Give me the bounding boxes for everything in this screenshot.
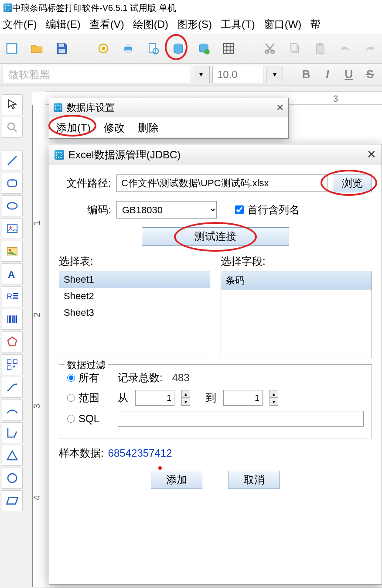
db-add-menu[interactable]: 添加(T) — [56, 121, 91, 135]
field-listbox[interactable]: 条码 — [221, 271, 372, 358]
menu-help[interactable]: 帮 — [310, 17, 321, 31]
menu-bar: 文件(F) 编辑(E) 查看(V) 绘图(D) 图形(S) 工具(T) 窗口(W… — [0, 16, 382, 33]
menu-view[interactable]: 查看(V) — [89, 17, 124, 31]
barcode-tool-icon[interactable] — [2, 309, 23, 330]
sample-label: 样本数据: — [59, 446, 104, 460]
svg-rect-8 — [149, 43, 156, 52]
copy-icon[interactable] — [288, 41, 303, 56]
db-modify-menu[interactable]: 修改 — [104, 121, 125, 135]
cancel-button[interactable]: 取消 — [229, 471, 280, 489]
text-tool-icon[interactable]: A — [2, 263, 23, 284]
menu-file[interactable]: 文件(F) — [3, 17, 37, 31]
italic-button[interactable]: I — [318, 68, 337, 81]
database-icon[interactable] — [171, 41, 186, 56]
test-connection-button[interactable]: 测试连接 — [142, 227, 289, 246]
font-name-select[interactable]: 微软雅黑 — [3, 66, 190, 83]
polygon-tool-icon[interactable] — [2, 332, 23, 352]
dialog-titlebar[interactable]: Excel数据源管理(JDBC) ✕ — [49, 144, 382, 165]
to-label: 到 — [206, 391, 216, 405]
sql-input[interactable] — [118, 411, 364, 427]
svg-point-19 — [8, 123, 14, 130]
preview-icon[interactable] — [146, 41, 161, 56]
first-row-checkbox-box[interactable] — [235, 205, 244, 214]
browse-button[interactable]: 浏览 — [333, 174, 372, 192]
list-item[interactable]: 条码 — [221, 271, 372, 290]
undo-icon[interactable] — [338, 41, 353, 56]
strike-button[interactable]: S — [361, 68, 379, 81]
underline-button[interactable]: U — [339, 68, 358, 81]
menu-edit[interactable]: 编辑(E) — [46, 17, 81, 31]
svg-rect-18 — [318, 43, 322, 45]
encoding-label: 编码: — [59, 203, 111, 217]
ruler-vertical: 1 2 3 4 — [32, 105, 45, 587]
encoding-select[interactable]: GB18030 — [116, 201, 217, 219]
open-icon[interactable] — [30, 41, 44, 56]
menu-window[interactable]: 窗口(W) — [264, 17, 302, 31]
first-row-checkbox[interactable]: 首行含列名 — [235, 203, 300, 217]
table-listbox[interactable]: Sheet1 Sheet2 Sheet3 — [59, 271, 210, 358]
ellipse-tool-icon[interactable] — [2, 195, 23, 216]
triangle-tool-icon[interactable] — [2, 445, 23, 466]
app-icon — [3, 3, 12, 12]
left-tool-palette: A R≣ — [2, 94, 26, 511]
pointer-tool-icon[interactable] — [2, 94, 23, 115]
menu-draw[interactable]: 绘图(D) — [133, 17, 168, 31]
circle-tool-icon[interactable] — [2, 468, 23, 489]
to-spinner[interactable]: ▲▼ — [269, 390, 278, 406]
to-input[interactable] — [223, 390, 263, 406]
qrcode-tool-icon[interactable] — [2, 354, 23, 375]
roundrect-tool-icon[interactable] — [2, 173, 23, 194]
bold-button[interactable]: B — [297, 68, 316, 81]
ruler-tick: 3 — [32, 404, 42, 409]
close-icon[interactable]: ✕ — [367, 148, 376, 161]
svg-point-32 — [8, 474, 17, 482]
close-icon[interactable]: ✕ — [276, 102, 284, 113]
save-icon[interactable] — [55, 41, 69, 56]
arc-tool-icon[interactable] — [2, 400, 23, 420]
grid-icon[interactable] — [222, 41, 236, 56]
svg-point-25 — [9, 249, 11, 251]
filter-all-radio[interactable]: 所有 — [67, 371, 111, 385]
filepath-input[interactable] — [116, 174, 327, 192]
select-field-label: 选择字段: — [221, 254, 372, 268]
line-tool-icon[interactable] — [2, 150, 23, 171]
svg-rect-16 — [290, 43, 297, 51]
ruler-tick: 2 — [32, 312, 42, 317]
database-refresh-icon[interactable] — [196, 41, 211, 56]
new-doc-icon[interactable] — [4, 41, 19, 56]
dialog-icon — [54, 103, 62, 112]
zoom-tool-icon[interactable] — [2, 117, 23, 138]
filter-range-radio[interactable]: 范围 — [67, 391, 111, 405]
svg-rect-22 — [7, 225, 17, 232]
svg-rect-31 — [14, 366, 15, 368]
image-tool-icon[interactable] — [2, 218, 23, 239]
curve-tool-icon[interactable] — [2, 377, 23, 398]
paste-icon[interactable] — [313, 41, 327, 56]
dialog-icon — [55, 150, 64, 160]
print-icon[interactable] — [121, 41, 136, 56]
add-button[interactable]: 添加 — [151, 471, 202, 489]
cut-icon[interactable] — [263, 41, 277, 56]
list-item[interactable]: Sheet2 — [59, 288, 210, 304]
list-item[interactable]: Sheet1 — [59, 271, 210, 288]
picture-tool-icon[interactable] — [2, 241, 23, 262]
font-size-dropdown-icon[interactable]: ▾ — [266, 66, 283, 83]
list-item[interactable]: Sheet3 — [59, 304, 210, 321]
font-name-dropdown-icon[interactable]: ▾ — [193, 66, 210, 83]
from-spinner[interactable]: ▲▼ — [181, 390, 190, 406]
font-size-input[interactable]: 10.0 — [212, 66, 263, 83]
menu-shape[interactable]: 图形(S) — [177, 17, 212, 31]
richtext-tool-icon[interactable]: R≣ — [2, 286, 23, 307]
settings-icon[interactable] — [96, 41, 111, 56]
filter-sql-radio[interactable]: SQL — [67, 413, 111, 425]
polyline-tool-icon[interactable] — [2, 422, 23, 443]
dialog-titlebar[interactable]: 数据库设置 ✕ — [49, 98, 288, 117]
redo-icon[interactable] — [363, 41, 378, 56]
menu-tools[interactable]: 工具(T) — [221, 17, 255, 31]
from-input[interactable] — [135, 390, 174, 406]
first-row-label: 首行含列名 — [247, 203, 300, 217]
db-delete-menu[interactable]: 删除 — [138, 121, 159, 135]
record-count-label: 记录总数: — [118, 371, 163, 385]
data-filter-group: 数据过滤 所有 记录总数: 483 范围 从 ▲▼ 到 ▲▼ SQL — [59, 364, 372, 438]
parallelogram-tool-icon[interactable] — [2, 490, 23, 511]
